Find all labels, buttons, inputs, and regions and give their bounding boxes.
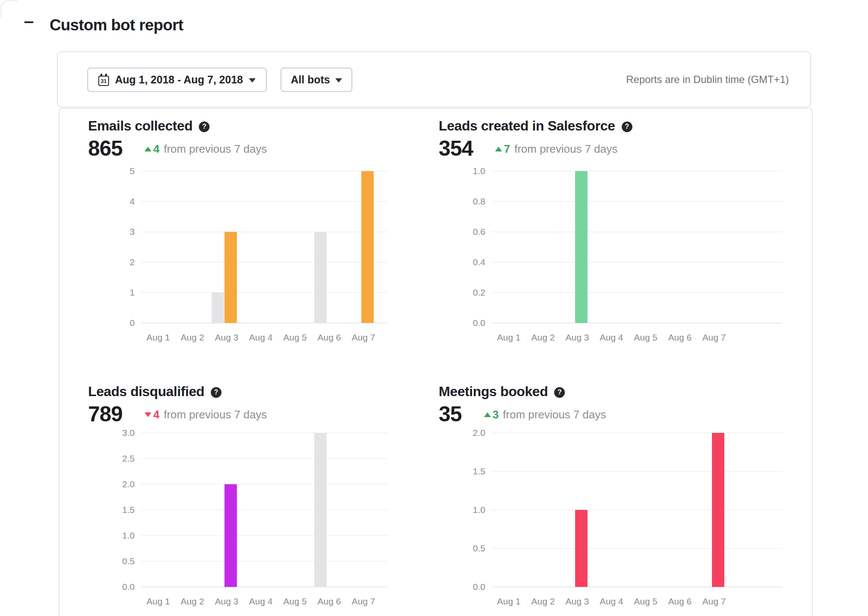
chevron-down-icon (335, 78, 342, 83)
filter-bar: 31 Aug 1, 2018 - Aug 7, 2018 All bots Re… (57, 51, 811, 107)
delta-arrow-icon (145, 412, 151, 417)
window-corner (0, 0, 18, 18)
stat-delta: 7 from previous 7 days (495, 142, 617, 156)
stat-value: 789 (88, 403, 122, 425)
panel-title: Emails collected (88, 118, 192, 134)
stat-value: 35 (439, 403, 462, 425)
custom-bot-report-page: { "window": { "title": "Custom bot repor… (0, 0, 868, 616)
calendar-icon: 31 (98, 76, 109, 86)
stat-value: 865 (88, 137, 122, 160)
page-title: Custom bot report (50, 16, 183, 34)
delta-arrow-icon (145, 147, 151, 151)
date-range-picker[interactable]: 31 Aug 1, 2018 - Aug 7, 2018 (87, 68, 267, 92)
report-panels-card (59, 108, 813, 616)
bot-filter-label: All bots (291, 74, 330, 86)
help-icon[interactable]: ? (554, 387, 565, 398)
panel-title: Meetings booked (439, 384, 548, 400)
bot-filter-dropdown[interactable]: All bots (280, 68, 352, 92)
stat-delta: 3 from previous 7 days (484, 408, 606, 421)
panel-title: Leads disqualified (88, 384, 204, 400)
panel-title: Leads created in Salesforce (439, 118, 615, 134)
delta-arrow-icon (495, 147, 502, 151)
stat-delta: 4 from previous 7 days (145, 408, 267, 421)
delta-arrow-icon (484, 412, 491, 417)
chevron-down-icon (249, 78, 256, 83)
stat-delta: 4 from previous 7 days (145, 142, 267, 156)
timezone-note: Reports are in Dublin time (GMT+1) (626, 52, 789, 107)
help-icon[interactable]: ? (622, 121, 632, 132)
help-icon[interactable]: ? (211, 387, 221, 398)
stat-value: 354 (439, 137, 473, 160)
help-icon[interactable]: ? (199, 121, 210, 132)
date-range-label: Aug 1, 2018 - Aug 7, 2018 (115, 74, 243, 86)
